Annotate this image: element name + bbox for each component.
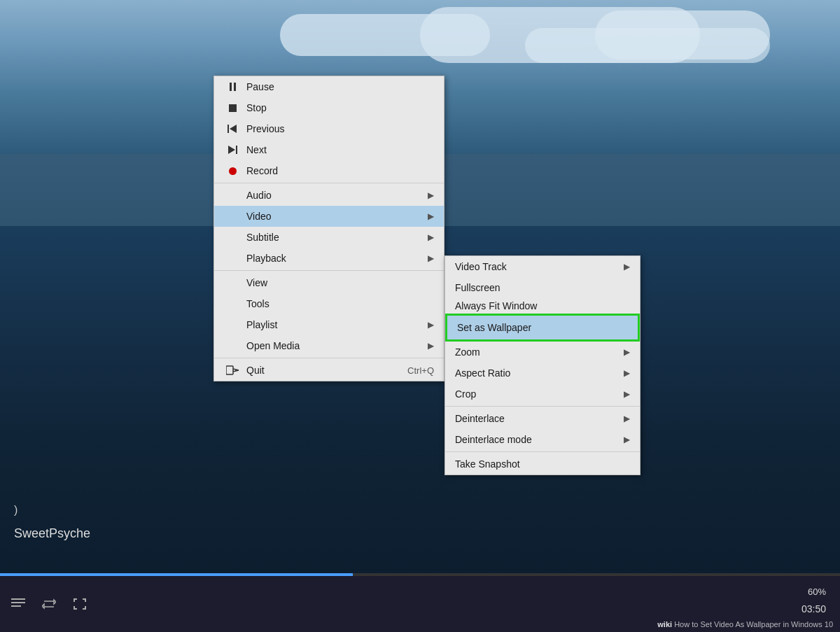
menu-label-pause: Pause bbox=[246, 81, 434, 92]
context-menu-video: Video Track ▶ Fullscreen Always Fit Wind… bbox=[444, 255, 640, 475]
loop-button[interactable] bbox=[36, 591, 62, 617]
menu-item-record[interactable]: Record bbox=[214, 160, 444, 181]
previous-icon bbox=[224, 125, 241, 133]
menu-item-playlist[interactable]: Playlist ▶ bbox=[214, 314, 444, 335]
menu-item-take-snapshot[interactable]: Take Snapshot bbox=[445, 454, 640, 475]
deinterlace-arrow: ▶ bbox=[624, 414, 630, 423]
menu-item-stop[interactable]: Stop bbox=[214, 97, 444, 118]
separator-1 bbox=[214, 183, 444, 183]
menu-label-always-fit: Always Fit Window bbox=[455, 300, 630, 311]
svg-marker-4 bbox=[230, 125, 237, 133]
pause-icon bbox=[224, 83, 241, 91]
menu-label-aspect-ratio: Aspect Ratio bbox=[455, 367, 624, 379]
video-track-arrow: ▶ bbox=[624, 262, 630, 272]
separator-2 bbox=[214, 270, 444, 271]
video-separator-2 bbox=[445, 451, 640, 452]
menu-label-tools: Tools bbox=[246, 298, 434, 309]
video-separator-1 bbox=[445, 406, 640, 407]
menu-item-next[interactable]: Next bbox=[214, 139, 444, 160]
menu-item-video[interactable]: Video ▶ bbox=[214, 206, 444, 227]
menu-label-playback: Playback bbox=[246, 253, 428, 264]
menu-label-open-media: Open Media bbox=[246, 340, 428, 351]
svg-rect-3 bbox=[227, 125, 229, 133]
menu-item-aspect-ratio[interactable]: Aspect Ratio ▶ bbox=[445, 363, 640, 384]
menu-label-video: Video bbox=[246, 211, 428, 222]
menu-item-previous[interactable]: Previous bbox=[214, 118, 444, 139]
menu-label-deinterlace-mode: Deinterlace mode bbox=[455, 434, 624, 445]
crop-arrow: ▶ bbox=[624, 389, 630, 399]
menu-label-deinterlace: Deinterlace bbox=[455, 413, 624, 424]
zoom-arrow: ▶ bbox=[624, 347, 630, 357]
menu-label-set-wallpaper: Set as Wallpaper bbox=[457, 322, 628, 333]
svg-rect-7 bbox=[226, 366, 233, 374]
menu-label-stop: Stop bbox=[246, 102, 434, 113]
menu-label-view: View bbox=[246, 277, 434, 288]
menu-item-set-wallpaper[interactable]: Set as Wallpaper bbox=[445, 314, 640, 342]
menu-label-fullscreen: Fullscreen bbox=[455, 282, 630, 293]
menu-item-tools[interactable]: Tools bbox=[214, 293, 444, 314]
audio-arrow: ▶ bbox=[428, 190, 434, 200]
aspect-ratio-arrow: ▶ bbox=[624, 368, 630, 378]
menu-label-audio: Audio bbox=[246, 190, 428, 201]
menu-item-deinterlace[interactable]: Deinterlace ▶ bbox=[445, 408, 640, 429]
wiki-logo: wiki bbox=[657, 620, 672, 629]
playlist-arrow: ▶ bbox=[428, 320, 434, 330]
menu-item-playback[interactable]: Playback ▶ bbox=[214, 248, 444, 269]
quit-shortcut: Ctrl+Q bbox=[407, 365, 434, 376]
menu-item-zoom[interactable]: Zoom ▶ bbox=[445, 342, 640, 363]
zoom-percent: 60% bbox=[808, 587, 826, 597]
menu-item-deinterlace-mode[interactable]: Deinterlace mode ▶ bbox=[445, 429, 640, 450]
open-media-arrow: ▶ bbox=[428, 341, 434, 351]
menu-label-zoom: Zoom bbox=[455, 346, 624, 358]
playlist-button[interactable] bbox=[6, 591, 31, 617]
menu-item-video-track[interactable]: Video Track ▶ bbox=[445, 256, 640, 277]
record-icon bbox=[224, 167, 241, 175]
wiki-watermark: wiki How to Set Video As Wallpaper in Wi… bbox=[657, 620, 833, 629]
fullscreen-button[interactable] bbox=[67, 591, 92, 617]
menu-label-playlist: Playlist bbox=[246, 319, 428, 330]
video-arrow: ▶ bbox=[428, 211, 434, 221]
playback-arrow: ▶ bbox=[428, 253, 434, 263]
menu-item-subtitle[interactable]: Subtitle ▶ bbox=[214, 227, 444, 248]
menu-label-subtitle: Subtitle bbox=[246, 232, 428, 243]
menu-item-quit[interactable]: Quit Ctrl+Q bbox=[214, 360, 444, 381]
menu-label-previous: Previous bbox=[246, 123, 434, 134]
menu-label-quit: Quit bbox=[246, 365, 393, 376]
next-icon bbox=[224, 146, 241, 154]
separator-3 bbox=[214, 358, 444, 358]
menu-item-open-media[interactable]: Open Media ▶ bbox=[214, 335, 444, 356]
menu-label-next: Next bbox=[246, 144, 434, 155]
quit-icon bbox=[224, 365, 241, 375]
menu-item-audio[interactable]: Audio ▶ bbox=[214, 185, 444, 206]
menu-label-crop: Crop bbox=[455, 388, 624, 400]
track-title: SweetPsyche bbox=[14, 526, 90, 541]
stop-icon bbox=[224, 104, 241, 112]
svg-rect-0 bbox=[11, 598, 25, 600]
menu-label-video-track: Video Track bbox=[455, 261, 624, 272]
menu-label-record: Record bbox=[246, 165, 434, 176]
menu-item-always-fit[interactable]: Always Fit Window bbox=[445, 298, 640, 314]
deinterlace-mode-arrow: ▶ bbox=[624, 435, 630, 444]
svg-rect-5 bbox=[236, 146, 237, 154]
svg-rect-1 bbox=[11, 602, 25, 603]
svg-marker-6 bbox=[228, 146, 235, 154]
svg-rect-2 bbox=[11, 605, 21, 607]
subtitle-arrow: ▶ bbox=[428, 232, 434, 242]
cloud-4 bbox=[595, 10, 770, 59]
context-menu-primary: Pause Stop Previous Next R bbox=[214, 76, 444, 381]
menu-label-take-snapshot: Take Snapshot bbox=[455, 458, 630, 470]
menu-item-crop[interactable]: Crop ▶ bbox=[445, 384, 640, 405]
time-display: 03:50 bbox=[802, 603, 826, 615]
menu-item-pause[interactable]: Pause bbox=[214, 76, 444, 97]
track-number: ) bbox=[14, 504, 18, 517]
menu-item-fullscreen[interactable]: Fullscreen bbox=[445, 277, 640, 298]
wiki-text: How to Set Video As Wallpaper in Windows… bbox=[674, 620, 833, 629]
menu-item-view[interactable]: View bbox=[214, 272, 444, 293]
